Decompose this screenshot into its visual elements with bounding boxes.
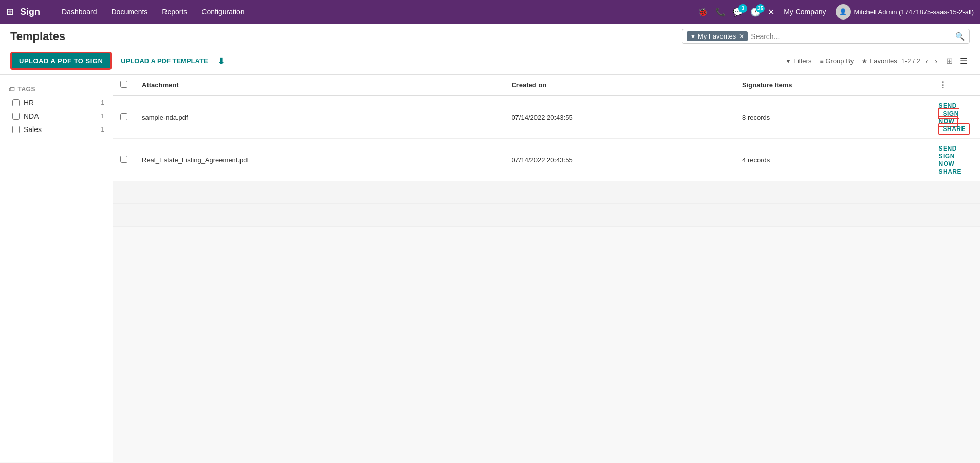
sidebar-section-label: TAGS <box>18 86 35 93</box>
upload-template-button[interactable]: UPLOAD A PDF TEMPLATE <box>116 53 213 68</box>
chat-icon[interactable]: 💬 3 <box>733 7 743 17</box>
search-filter-tag[interactable]: ▼ My Favorites ✕ <box>687 31 748 41</box>
sidebar-nda-checkbox[interactable] <box>12 113 20 120</box>
user-menu[interactable]: 👤 Mitchell Admin (17471875-saas-15-2-all… <box>836 4 974 20</box>
main-content: 🏷 TAGS HR 1 NDA 1 Sales 1 <box>0 75 980 462</box>
clock-icon[interactable]: 🕐 35 <box>750 7 761 17</box>
filters-label: Filters <box>793 57 811 65</box>
row2-created-on: 07/14/2022 20:43:55 <box>504 139 735 181</box>
table-row: Real_Estate_Listing_Agreement.pdf 07/14/… <box>113 139 980 181</box>
page-title-row: Templates ▼ My Favorites ✕ 🔍 <box>10 29 970 48</box>
select-all-checkbox[interactable] <box>120 81 127 88</box>
row1-attachment[interactable]: sample-nda.pdf <box>135 96 504 139</box>
page-title: Templates <box>10 30 65 43</box>
attachment-header: Attachment <box>135 75 504 96</box>
table-row: sample-nda.pdf 07/14/2022 20:43:55 8 rec… <box>113 96 980 139</box>
actions-header: ⋮ <box>931 75 980 96</box>
kanban-view-button[interactable]: ⊞ <box>944 54 955 67</box>
download-icon[interactable]: ⬇ <box>217 55 225 67</box>
sidebar-nda-label: NDA <box>24 112 97 120</box>
topnav-icons: 🐞 📞 💬 3 🕐 35 ✕ <box>698 7 774 17</box>
favorites-label: Favorites <box>870 57 897 65</box>
empty-row <box>113 181 980 204</box>
company-name[interactable]: My Company <box>784 8 826 16</box>
sidebar-hr-label: HR <box>24 99 97 107</box>
row2-sign-now-button[interactable]: SIGN NOW <box>938 153 954 168</box>
list-icon: ≡ <box>820 58 823 65</box>
sidebar-item-hr[interactable]: HR 1 <box>0 96 113 109</box>
signature-items-header: Signature Items <box>735 75 931 96</box>
filter-tag-label: My Favorites <box>698 32 736 40</box>
list-view-button[interactable]: ☰ <box>957 54 970 67</box>
sidebar: 🏷 TAGS HR 1 NDA 1 Sales 1 <box>0 75 113 462</box>
user-name: Mitchell Admin (17471875-saas-15-2-all) <box>854 8 974 16</box>
row2-actions: SEND SIGN NOW SHARE <box>931 139 980 181</box>
pagination-next[interactable]: › <box>933 56 939 66</box>
row1-checkbox-cell[interactable] <box>113 96 135 139</box>
chat-badge: 3 <box>738 4 747 13</box>
upload-pdf-button[interactable]: UPLOAD A PDF TO SIGN <box>10 52 112 70</box>
templates-table: Attachment Created on Signature Items ⋮ <box>113 75 980 227</box>
row2-checkbox[interactable] <box>120 156 127 163</box>
sidebar-item-sales[interactable]: Sales 1 <box>0 123 113 136</box>
favorites-button[interactable]: ★ Favorites <box>862 57 897 65</box>
filters-button[interactable]: ▼ Filters <box>785 57 811 65</box>
sidebar-item-nda[interactable]: NDA 1 <box>0 109 113 123</box>
search-bar[interactable]: ▼ My Favorites ✕ 🔍 <box>682 29 970 44</box>
row1-signature-items: 8 records <box>735 96 931 139</box>
toolbar-filters: ▼ Filters ≡ Group By ★ Favorites <box>785 57 897 65</box>
top-navigation: ⊞ Sign Dashboard Documents Reports Confi… <box>0 0 980 24</box>
brand-name[interactable]: Sign <box>20 7 40 17</box>
pagination-prev[interactable]: ‹ <box>923 56 930 66</box>
row2-signature-items: 4 records <box>735 139 931 181</box>
nav-dashboard[interactable]: Dashboard <box>54 0 104 24</box>
star-icon: ★ <box>862 58 867 65</box>
column-options-icon[interactable]: ⋮ <box>938 81 947 89</box>
sidebar-tags-section: 🏷 TAGS <box>0 83 113 96</box>
created-on-header: Created on <box>504 75 735 96</box>
empty-row <box>113 204 980 227</box>
grid-icon[interactable]: ⊞ <box>6 6 14 17</box>
filter-icon: ▼ <box>785 58 791 65</box>
sidebar-hr-count: 1 <box>101 99 104 106</box>
sidebar-nda-count: 1 <box>101 113 104 120</box>
group-by-button[interactable]: ≡ Group By <box>820 57 854 65</box>
close-icon[interactable]: ✕ <box>768 7 774 17</box>
bug-icon[interactable]: 🐞 <box>698 7 708 17</box>
row1-share-button[interactable]: SHARE <box>938 123 970 135</box>
row1-checkbox[interactable] <box>120 113 127 120</box>
row1-actions: SEND SIGN NOW SHARE <box>931 96 980 139</box>
avatar: 👤 <box>836 4 851 20</box>
clock-badge: 35 <box>756 4 765 13</box>
row2-checkbox-cell[interactable] <box>113 139 135 181</box>
sidebar-sales-label: Sales <box>24 125 97 134</box>
row2-share-button[interactable]: SHARE <box>938 168 961 175</box>
pagination-range: 1-2 / 2 <box>901 57 920 65</box>
group-by-label: Group By <box>825 57 854 65</box>
row1-created-on: 07/14/2022 20:43:55 <box>504 96 735 139</box>
row2-send-button[interactable]: SEND <box>938 145 956 152</box>
tag-icon: 🏷 <box>8 86 15 93</box>
search-submit-icon[interactable]: 🔍 <box>955 32 965 41</box>
sidebar-sales-checkbox[interactable] <box>12 126 20 133</box>
sidebar-sales-count: 1 <box>101 126 104 133</box>
view-toggle: ⊞ ☰ <box>944 54 970 67</box>
filter-icon: ▼ <box>690 33 696 40</box>
phone-icon[interactable]: 📞 <box>715 7 726 17</box>
select-all-header[interactable] <box>113 75 135 96</box>
remove-filter-button[interactable]: ✕ <box>739 33 744 40</box>
pagination: 1-2 / 2 ‹ › <box>901 56 939 66</box>
page-header: Templates ▼ My Favorites ✕ 🔍 UPLOAD A PD… <box>0 24 980 75</box>
nav-reports[interactable]: Reports <box>155 0 194 24</box>
search-input[interactable] <box>751 32 955 41</box>
nav-menu: Dashboard Documents Reports Configuratio… <box>54 0 252 24</box>
table-area: Attachment Created on Signature Items ⋮ <box>113 75 980 462</box>
nav-configuration[interactable]: Configuration <box>194 0 251 24</box>
sidebar-hr-checkbox[interactable] <box>12 99 20 106</box>
nav-documents[interactable]: Documents <box>104 0 155 24</box>
row2-attachment[interactable]: Real_Estate_Listing_Agreement.pdf <box>135 139 504 181</box>
toolbar-row: UPLOAD A PDF TO SIGN UPLOAD A PDF TEMPLA… <box>10 48 970 74</box>
